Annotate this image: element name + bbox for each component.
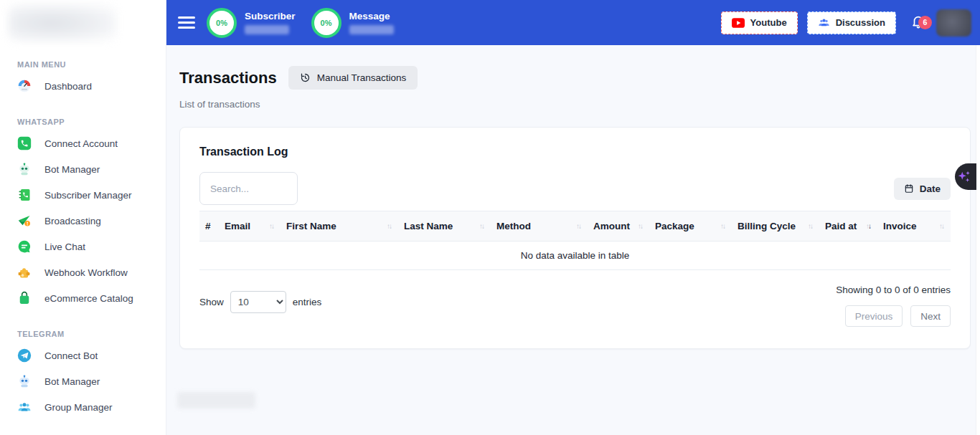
sidebar-item-group-manager[interactable]: Group Manager — [0, 394, 166, 420]
sort-icon[interactable]: ↑↓ — [479, 223, 485, 230]
sort-icon[interactable]: ↑↓ — [269, 223, 275, 230]
column-header-email[interactable]: Email↑↓ — [219, 211, 281, 242]
youtube-button-label: Youtube — [750, 17, 787, 28]
message-stat: 0% Message — [311, 8, 394, 38]
column-header-paid-at[interactable]: Paid at↑↓ — [819, 211, 877, 242]
sidebar-item-label: Connect Bot — [44, 350, 98, 361]
notifications-button[interactable]: 6 — [910, 14, 926, 32]
chat-bubble-icon — [17, 239, 32, 254]
show-label: Show — [199, 297, 224, 307]
message-stat-label: Message — [349, 11, 394, 21]
subscriber-stat-label: Subscriber — [245, 11, 296, 21]
hamburger-menu-icon[interactable] — [178, 16, 195, 29]
column-header-billing-cycle[interactable]: Billing Cycle↑↓ — [732, 211, 819, 242]
sidebar-item-label: Bot Manager — [44, 376, 100, 387]
column-header-index: # — [199, 211, 219, 242]
message-progress-ring: 0% — [311, 8, 341, 38]
column-header-method[interactable]: Method↑↓ — [491, 211, 588, 242]
card-title: Transaction Log — [199, 145, 951, 158]
sidebar-item-label: Connect Account — [44, 138, 118, 149]
column-header-last-name[interactable]: Last Name↑↓ — [398, 211, 491, 242]
sort-icon[interactable]: ↑↓ — [939, 223, 945, 230]
sidebar-section-whatsapp: WHATSAPP — [0, 99, 166, 130]
sidebar-item-label: Bot Manager — [44, 164, 100, 175]
page-title: Transactions — [179, 69, 277, 87]
sort-icon[interactable]: ↑↓ — [638, 223, 644, 230]
sort-icon[interactable]: ↑↓ — [720, 223, 726, 230]
user-avatar-blurred[interactable] — [936, 9, 971, 37]
sparkles-icon — [956, 169, 972, 185]
robot-icon — [17, 374, 32, 388]
entries-label: entries — [293, 297, 322, 307]
telegram-icon — [17, 348, 32, 363]
paper-plane-icon — [17, 214, 32, 228]
puzzle-icon — [17, 265, 32, 279]
sidebar-item-label: Broadcasting — [44, 216, 101, 226]
sort-icon[interactable]: ↑↓ — [387, 223, 392, 230]
next-page-button[interactable]: Next — [910, 305, 951, 327]
manual-transactions-button[interactable]: Manual Transactions — [288, 66, 418, 90]
date-button-label: Date — [920, 183, 941, 194]
sidebar-item-subscriber-manager[interactable]: Subscriber Manager — [0, 182, 166, 208]
sidebar-item-ecommerce-catalog[interactable]: eCommerce Catalog — [0, 285, 166, 311]
sidebar-item-label: Dashboard — [44, 81, 92, 92]
scrollbar[interactable] — [976, 45, 980, 435]
date-filter-button[interactable]: Date — [894, 178, 951, 200]
ai-assistant-button[interactable] — [955, 163, 976, 190]
empty-table-message: No data available in table — [199, 242, 951, 270]
youtube-button[interactable]: Youtube — [721, 11, 798, 34]
transaction-log-card: Transaction Log Date — [179, 127, 971, 349]
sidebar-section-main-menu: MAIN MENU — [0, 42, 166, 73]
calendar-icon — [904, 183, 914, 193]
sidebar-item-label: Group Manager — [44, 402, 113, 413]
sidebar-item-broadcasting[interactable]: Broadcasting — [0, 208, 166, 234]
table-info-text: Showing 0 to 0 of 0 entries — [836, 285, 951, 295]
page-subtitle: List of transactions — [179, 99, 971, 110]
sidebar-item-dashboard[interactable]: Dashboard — [0, 73, 166, 99]
column-header-package[interactable]: Package↑↓ — [649, 211, 732, 242]
page-content: Transactions Manual Transactions List of… — [166, 45, 980, 349]
notification-count-badge: 6 — [918, 16, 932, 29]
column-header-invoice[interactable]: Invoice↑↓ — [877, 211, 951, 242]
topbar: 0% Subscriber 0% Message Youtube — [166, 0, 980, 45]
sort-icon[interactable]: ↑↓ — [808, 223, 814, 230]
subscriber-stat: 0% Subscriber — [207, 8, 296, 38]
sidebar-item-label: Webhook Workflow — [44, 267, 128, 278]
history-icon — [300, 72, 311, 83]
message-stat-value-blurred — [349, 25, 394, 34]
whatsapp-icon — [17, 136, 32, 150]
sidebar-item-label: eCommerce Catalog — [44, 293, 133, 304]
table-header-row: # Email↑↓ First Name↑↓ Last Name↑↓ Metho… — [199, 211, 951, 242]
sort-icon-active[interactable]: ↑↓ — [866, 223, 872, 230]
manual-transactions-label: Manual Transactions — [317, 72, 407, 83]
transactions-table: # Email↑↓ First Name↑↓ Last Name↑↓ Metho… — [199, 211, 951, 270]
sidebar-item-wa-bot-manager[interactable]: Bot Manager — [0, 156, 166, 182]
sidebar-item-live-chat[interactable]: Live Chat — [0, 234, 166, 259]
app-logo-blurred[interactable] — [9, 4, 116, 42]
sidebar-item-label: Live Chat — [44, 242, 85, 252]
sidebar: MAIN MENU Dashboard WHATSAPP Connect Acc… — [0, 0, 166, 435]
column-header-amount[interactable]: Amount↑↓ — [588, 211, 649, 242]
sidebar-item-label: Subscriber Manager — [44, 190, 132, 201]
discussion-button-label: Discussion — [836, 17, 885, 28]
previous-page-button[interactable]: Previous — [845, 305, 903, 327]
page-size-select[interactable]: 10 — [230, 291, 286, 313]
users-group-icon — [818, 16, 830, 29]
subscriber-stat-value-blurred — [245, 25, 289, 34]
search-input[interactable] — [199, 172, 298, 205]
group-users-icon — [17, 400, 32, 414]
footer-text-blurred — [177, 392, 255, 408]
youtube-icon — [732, 18, 745, 28]
sort-icon[interactable]: ↑↓ — [576, 223, 582, 230]
sidebar-item-connect-bot[interactable]: Connect Bot — [0, 343, 166, 368]
sidebar-section-telegram: TELEGRAM — [0, 311, 166, 343]
shopping-bag-icon — [17, 291, 32, 305]
discussion-button[interactable]: Discussion — [807, 11, 896, 34]
sidebar-item-tg-bot-manager[interactable]: Bot Manager — [0, 368, 166, 394]
sidebar-item-connect-account[interactable]: Connect Account — [0, 130, 166, 156]
column-header-first-name[interactable]: First Name↑↓ — [281, 211, 398, 242]
sidebar-item-webhook-workflow[interactable]: Webhook Workflow — [0, 259, 166, 285]
empty-table-row: No data available in table — [199, 242, 951, 270]
dashboard-gauge-icon — [17, 79, 32, 93]
main-area: 0% Subscriber 0% Message Youtube — [166, 0, 980, 435]
